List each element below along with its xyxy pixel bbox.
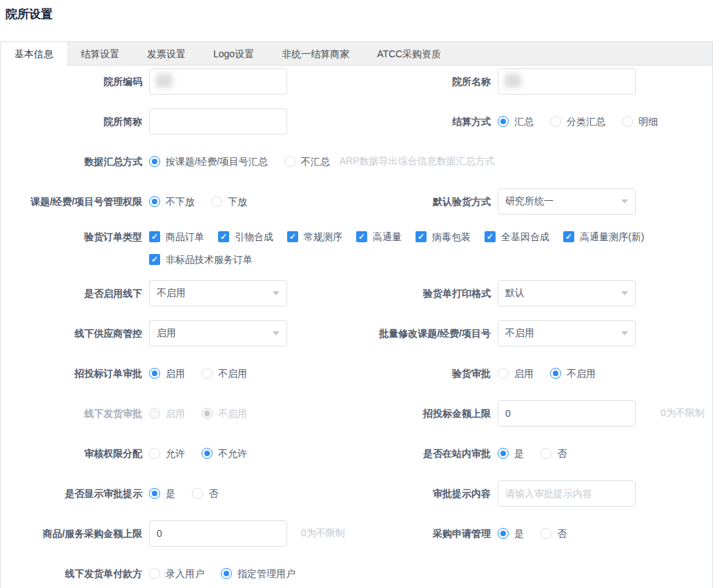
- no-radio[interactable]: 否: [540, 527, 567, 540]
- onsite-approval-radio-group: 是 否: [498, 447, 567, 460]
- select-value: 不启用: [505, 327, 534, 340]
- tab-invoice-settings[interactable]: 发票设置: [133, 42, 199, 65]
- chevron-down-icon: [273, 291, 280, 295]
- no-summary-radio[interactable]: 不汇总: [284, 155, 330, 168]
- yes-radio[interactable]: 是: [498, 447, 524, 460]
- radio-icon: [498, 368, 509, 379]
- delegate-radio[interactable]: 下放: [211, 195, 247, 208]
- bidding-amount-limit-input[interactable]: [498, 400, 636, 427]
- inspection-order-types-checkbox-group: 商品订单 引物合成 常规测序 高通量: [149, 230, 674, 266]
- offline-shipment-payer-label: 线下发货单付款方: [8, 567, 142, 580]
- entry-user-radio[interactable]: 录入用户: [149, 567, 204, 580]
- radio-icon: [149, 448, 160, 459]
- tab-logo-settings[interactable]: Logo设置: [199, 42, 268, 65]
- form-row: 课题/经费/项目号管理权限 不下放 下放 默认验货方式 研究所统一: [8, 188, 705, 215]
- form-row: 院所编码 院所名称: [8, 68, 705, 95]
- radio-label: 指定管理用户: [237, 567, 295, 580]
- radio-label: 汇总: [514, 115, 534, 128]
- disallow-radio[interactable]: 不允许: [202, 447, 247, 460]
- inspection-print-format-select[interactable]: 默认: [498, 280, 636, 306]
- form-row: 验货订单类型 商品订单 引物合成 常规测序: [8, 228, 705, 266]
- chevron-down-icon: [621, 199, 628, 204]
- onsite-approval-label: 是否在站内审批: [349, 447, 491, 460]
- form-row: 是否显示审批提示 是 否 审批提示内容: [8, 480, 705, 507]
- institution-name-label: 院所名称: [349, 75, 491, 88]
- offline-supplier-control-select[interactable]: 启用: [149, 320, 287, 346]
- zero-unlimited-note: 0为不限制: [301, 527, 345, 540]
- inspection-order-types-label: 验货订单类型: [8, 230, 142, 244]
- arp-summary-note: ARP数据导出综合信息数据汇总方式: [340, 155, 495, 168]
- bidding-order-approval-radio-group: 启用 不启用: [149, 366, 247, 380]
- radio-icon: [540, 528, 551, 539]
- no-delegate-radio[interactable]: 不下放: [149, 195, 195, 208]
- form-row: 招投标订单审批 启用 不启用 验货审批 启: [8, 360, 705, 386]
- enable-offline-select[interactable]: 不启用: [149, 280, 287, 306]
- offline-shipment-approval-label: 线下发货审批: [8, 406, 142, 420]
- default-inspection-method-select[interactable]: 研究所统一: [498, 188, 636, 215]
- radio-label: 是: [514, 447, 524, 460]
- tab-basic-info[interactable]: 基本信息: [1, 42, 67, 66]
- yes-radio[interactable]: 是: [149, 487, 175, 500]
- tab-bar: 基本信息 结算设置 发票设置 Logo设置 非统一结算商家 ATCC采购资质: [1, 42, 712, 66]
- radio-label: 不启用: [567, 366, 596, 380]
- disable-radio[interactable]: 不启用: [202, 366, 247, 380]
- bidding-order-approval-label: 招投标订单审批: [8, 366, 142, 380]
- batch-modify-project-label: 批量修改课题/经费/项目号: [349, 326, 491, 340]
- yes-radio[interactable]: 是: [498, 527, 524, 540]
- high-throughput-checkbox[interactable]: 高通量: [356, 230, 402, 244]
- no-radio[interactable]: 否: [192, 487, 218, 500]
- virus-packaging-checkbox[interactable]: 病毒包装: [416, 230, 471, 244]
- disable-radio[interactable]: 不启用: [550, 366, 596, 380]
- tab-non-unified-merchants[interactable]: 非统一结算商家: [268, 42, 363, 65]
- settlement-classified-radio[interactable]: 分类汇总: [550, 115, 605, 128]
- chevron-down-icon: [273, 331, 280, 335]
- gene-synthesis-checkbox[interactable]: 全基因合成: [485, 230, 549, 244]
- no-radio[interactable]: 否: [540, 447, 567, 460]
- purchase-amount-limit-input[interactable]: [149, 520, 287, 547]
- disable-radio-disabled: 不启用: [202, 406, 247, 420]
- default-inspection-method-label: 默认验货方式: [349, 195, 491, 208]
- settlement-detail-radio[interactable]: 明细: [622, 115, 658, 128]
- institution-code-input[interactable]: [149, 68, 287, 95]
- checkbox-check-icon: [149, 254, 160, 265]
- radio-icon: [221, 568, 232, 579]
- form-row: 商品/服务采购金额上限 0为不限制 采购申请管理 是 否: [8, 520, 705, 547]
- regular-sequencing-checkbox[interactable]: 常规测序: [287, 230, 342, 244]
- data-summary-method-radio-group: 按课题/经费/项目号汇总 不汇总: [149, 155, 330, 168]
- bidding-amount-limit-label: 招投标金额上限: [349, 406, 491, 420]
- radio-icon: [149, 408, 160, 419]
- high-throughput-sequencing-new-checkbox[interactable]: 高通量测序(新): [563, 230, 644, 244]
- primer-synthesis-checkbox[interactable]: 引物合成: [218, 230, 273, 244]
- enable-radio[interactable]: 启用: [498, 366, 534, 380]
- radio-icon: [149, 368, 160, 379]
- inspection-approval-label: 验货审批: [349, 366, 491, 380]
- enable-radio-disabled: 启用: [149, 406, 185, 420]
- tab-atcc-qualification[interactable]: ATCC采购资质: [363, 42, 455, 65]
- radio-icon: [550, 116, 561, 127]
- settlement-summary-radio[interactable]: 汇总: [498, 115, 534, 128]
- enable-radio[interactable]: 启用: [149, 366, 185, 380]
- project-permission-radio-group: 不下放 下放: [149, 195, 247, 208]
- radio-label: 是: [166, 487, 175, 500]
- radio-label: 否: [208, 487, 218, 500]
- form-row: 数据汇总方式 按课题/经费/项目号汇总 不汇总 ARP数据导出综合信息数据汇总方…: [8, 148, 705, 175]
- radio-icon: [202, 368, 213, 379]
- radio-label: 按课题/经费/项目号汇总: [166, 155, 268, 168]
- radio-label: 不下放: [166, 195, 195, 208]
- approval-tip-content-input[interactable]: [498, 480, 636, 507]
- radio-icon: [149, 568, 160, 579]
- allow-radio[interactable]: 允许: [149, 447, 185, 460]
- designated-admin-user-radio[interactable]: 指定管理用户: [221, 567, 295, 580]
- goods-order-checkbox[interactable]: 商品订单: [149, 230, 204, 244]
- institution-short-name-input[interactable]: [149, 108, 287, 135]
- review-permission-assign-label: 审核权限分配: [8, 447, 142, 460]
- institution-name-input[interactable]: [498, 68, 636, 95]
- radio-label: 不汇总: [301, 155, 330, 168]
- review-permission-assign-radio-group: 允许 不允许: [149, 447, 247, 460]
- batch-modify-project-select[interactable]: 不启用: [498, 320, 636, 346]
- summary-by-project-radio[interactable]: 按课题/经费/项目号汇总: [149, 155, 268, 168]
- radio-label: 下放: [228, 195, 247, 208]
- non-standard-service-checkbox[interactable]: 非标品技术服务订单: [149, 253, 253, 266]
- tab-settlement-settings[interactable]: 结算设置: [67, 42, 133, 65]
- form-row: 审核权限分配 允许 不允许 是否在站内审批: [8, 440, 705, 467]
